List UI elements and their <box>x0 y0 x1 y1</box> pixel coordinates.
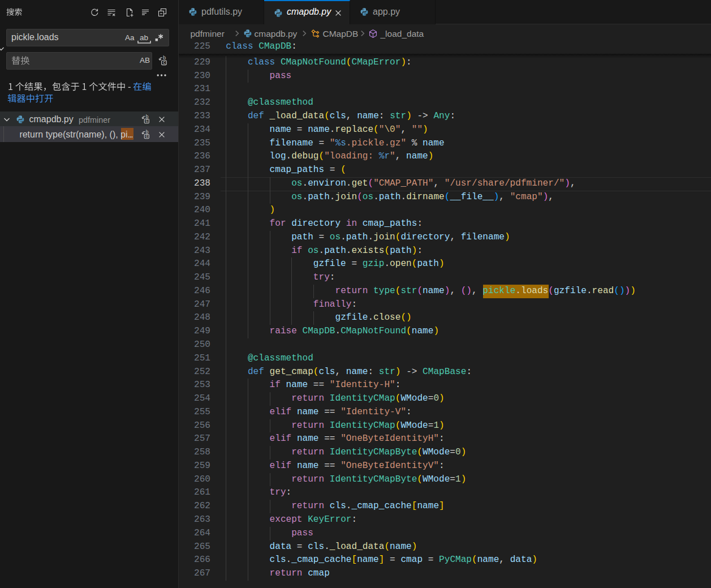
svg-text:c: c <box>163 59 166 65</box>
svg-text:c: c <box>145 133 148 139</box>
svg-text:c: c <box>145 118 148 123</box>
